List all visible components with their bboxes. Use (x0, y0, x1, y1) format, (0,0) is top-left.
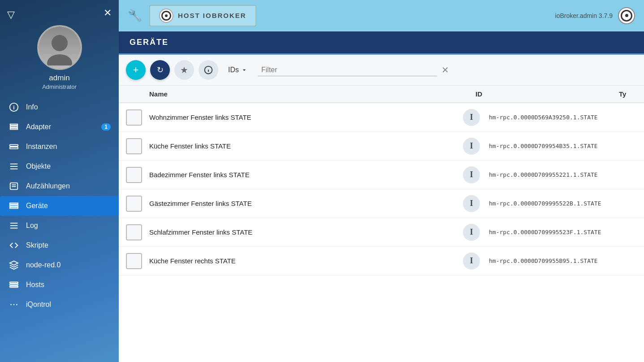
svg-rect-8 (10, 147, 18, 149)
sidebar-item-objekte-label: Objekte (26, 162, 51, 170)
table-row: Gästezimmer Fenster links STATE I hm-rpc… (119, 189, 644, 218)
row-name-2: Badezimmer Fenster links STATE (149, 171, 463, 179)
sidebar-item-aufzaehlungen-label: Aufzählungen (26, 182, 70, 190)
adapter-badge: 1 (101, 123, 111, 131)
tool-icon[interactable]: 🔧 (128, 9, 142, 22)
sidebar-item-hosts[interactable]: Hosts (0, 275, 119, 295)
page-title: GERÄTE (130, 38, 169, 47)
aufzaehlungen-icon (8, 181, 20, 191)
geraete-icon (8, 201, 20, 211)
table-row: Küche Fenster links STATE I hm-rpc.0.000… (119, 132, 644, 161)
host-title: HOST IOBROKER (178, 12, 246, 19)
row-checkbox-1[interactable] (126, 138, 142, 154)
svg-point-24 (10, 304, 12, 305)
svg-rect-22 (10, 284, 18, 285)
host-logo-inner (161, 11, 171, 21)
svg-text:i: i (13, 105, 14, 111)
sidebar: ▽ ✕ admin Administrator i Info Adapter 1 (0, 0, 119, 362)
host-logo-dot (165, 14, 168, 17)
host-logo (159, 9, 173, 23)
sidebar-item-node-red[interactable]: node-red.0 (0, 255, 119, 275)
skripte-icon (8, 240, 20, 250)
sidebar-item-adapter-label: Adapter (26, 123, 51, 131)
sidebar-item-geraete[interactable]: Geräte (0, 196, 119, 216)
add-button[interactable]: + (126, 60, 146, 80)
svg-point-26 (16, 304, 17, 305)
row-id-2: hm-rpc.0.0000D709955221.1.STATE (489, 171, 623, 178)
info-button[interactable] (199, 60, 218, 80)
sidebar-item-info[interactable]: i Info (0, 97, 119, 117)
row-id-4: hm-rpc.0.0000D709995523F.1.STATE (489, 229, 623, 236)
svg-rect-16 (10, 205, 18, 206)
info-icon: i (8, 102, 20, 112)
svg-rect-15 (10, 203, 18, 205)
row-checkbox-0[interactable] (126, 109, 142, 126)
row-checkbox-2[interactable] (126, 167, 142, 183)
node-red-icon (8, 260, 20, 270)
row-checkbox-3[interactable] (126, 196, 142, 212)
close-icon[interactable]: ✕ (104, 7, 112, 19)
row-info-btn-4[interactable]: I (463, 224, 480, 241)
row-name-3: Gästezimmer Fenster links STATE (149, 200, 463, 207)
table-body: Wohnzimmer Fenster links STATE I hm-rpc.… (119, 103, 644, 275)
menu-icon[interactable]: ▽ (7, 9, 15, 21)
sidebar-item-geraete-label: Geräte (26, 202, 48, 210)
svg-point-25 (13, 304, 15, 305)
svg-rect-7 (10, 144, 18, 146)
row-checkbox-4[interactable] (126, 224, 142, 240)
row-name-0: Wohnzimmer Fenster links STATE (149, 113, 463, 121)
main: 🔧 HOST IOBROKER ioBroker.admin 3.7.9 GER… (119, 0, 644, 362)
sidebar-item-instanzen-label: Instanzen (26, 143, 57, 151)
filter-input[interactable] (258, 64, 437, 76)
svg-rect-5 (10, 126, 18, 127)
row-info-btn-2[interactable]: I (463, 166, 480, 183)
ids-dropdown[interactable]: IDs (223, 63, 253, 77)
topbar: 🔧 HOST IOBROKER ioBroker.admin 3.7.9 (119, 0, 644, 31)
sidebar-item-skripte-label: Skripte (26, 241, 48, 249)
sidebar-item-aufzaehlungen[interactable]: Aufzählungen (0, 176, 119, 196)
sidebar-item-hosts-label: Hosts (26, 281, 44, 289)
row-checkbox-5[interactable] (126, 253, 142, 269)
row-name-5: Küche Fenster rechts STATE (149, 257, 463, 265)
topbar-right: ioBroker.admin 3.7.9 (555, 7, 635, 24)
row-info-btn-5[interactable]: I (463, 253, 480, 270)
table-row: Schlafzimmer Fenster links STATE I hm-rp… (119, 218, 644, 247)
avatar (37, 25, 82, 70)
objekte-icon (8, 161, 20, 171)
svg-rect-23 (10, 286, 18, 288)
filter-clear-button[interactable]: ✕ (441, 65, 449, 75)
row-name-4: Schlafzimmer Fenster links STATE (149, 228, 463, 236)
topbar-logo (618, 7, 635, 24)
row-info-btn-3[interactable]: I (463, 195, 480, 212)
hosts-icon (8, 280, 20, 290)
sidebar-item-log-label: Log (26, 222, 38, 230)
host-button[interactable]: HOST IOBROKER (149, 5, 256, 26)
table-header: Name ID Ty (119, 86, 644, 103)
table-row: Wohnzimmer Fenster links STATE I hm-rpc.… (119, 103, 644, 132)
sidebar-item-instanzen[interactable]: Instanzen (0, 137, 119, 157)
row-id-0: hm-rpc.0.0000D569A39250.1.STATE (489, 114, 623, 121)
star-button[interactable]: ★ (174, 60, 194, 80)
sidebar-item-iqontrol-label: iQontrol (26, 301, 51, 309)
svg-rect-6 (10, 128, 18, 130)
iqontrol-icon (8, 300, 20, 310)
row-info-btn-0[interactable]: I (463, 109, 480, 126)
table-row: Küche Fenster rechts STATE I hm-rpc.0.00… (119, 247, 644, 275)
row-info-btn-1[interactable]: I (463, 138, 480, 155)
sidebar-item-adapter[interactable]: Adapter 1 (0, 117, 119, 137)
topbar-version: ioBroker.admin 3.7.9 (555, 12, 613, 19)
table-row: Badezimmer Fenster links STATE I hm-rpc.… (119, 161, 644, 189)
row-id-5: hm-rpc.0.0000D709955B95.1.STATE (489, 257, 623, 264)
sidebar-header: ▽ ✕ (0, 0, 119, 21)
svg-rect-17 (10, 207, 18, 209)
sidebar-item-objekte[interactable]: Objekte (0, 157, 119, 176)
sidebar-item-iqontrol[interactable]: iQontrol (0, 295, 119, 314)
sidebar-item-log[interactable]: Log (0, 216, 119, 236)
sidebar-item-node-red-label: node-red.0 (26, 261, 61, 269)
user-name: admin (49, 74, 69, 83)
sidebar-item-skripte[interactable]: Skripte (0, 236, 119, 255)
nav-list: i Info Adapter 1 Instanzen Objekte (0, 97, 119, 362)
page-content: GERÄTE + ↻ ★ IDs ✕ Name ID Ty (119, 31, 644, 362)
column-id: ID (475, 90, 619, 98)
refresh-button[interactable]: ↻ (150, 60, 170, 80)
